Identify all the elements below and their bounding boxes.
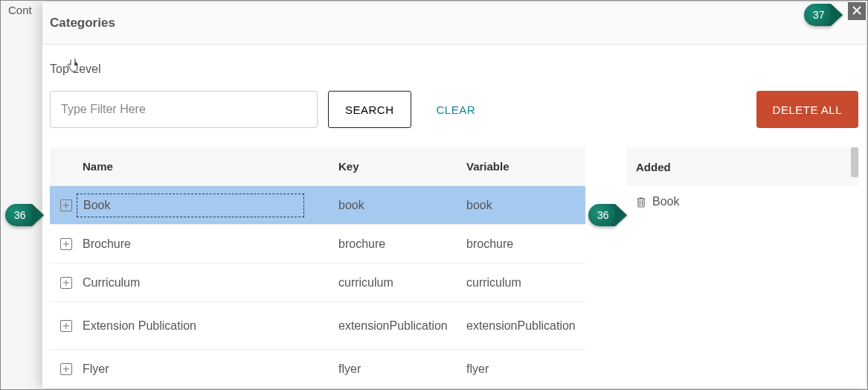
- delete-all-button[interactable]: DELETE ALL: [756, 91, 858, 128]
- added-item[interactable]: Book: [627, 186, 858, 217]
- clear-button[interactable]: CLEAR: [422, 91, 491, 128]
- search-button[interactable]: SEARCH: [328, 91, 411, 128]
- table-row[interactable]: Brochure brochure brochure: [50, 225, 585, 263]
- controls-row: SEARCH CLEAR DELETE ALL: [50, 91, 858, 128]
- col-header-name: Name: [83, 160, 338, 173]
- annotation-36-left: 36: [5, 204, 44, 226]
- added-panel: Added Book: [627, 147, 858, 217]
- categories-panel: Categories Top Level SEARCH CLEAR DELETE…: [42, 2, 866, 388]
- scrollbar-thumb[interactable]: [851, 147, 858, 177]
- added-header: Added: [627, 147, 858, 186]
- table-row[interactable]: Curriculum curriculum curriculum: [50, 263, 585, 302]
- added-item-label: Book: [652, 195, 679, 208]
- row-name: Book: [77, 194, 304, 217]
- table-row[interactable]: Flyer flyer flyer: [50, 350, 585, 388]
- row-name: Curriculum: [83, 276, 140, 289]
- background-left-text: Cont: [8, 4, 32, 16]
- row-name: Extension Publication: [83, 319, 196, 332]
- row-variable: brochure: [466, 237, 585, 251]
- table-row[interactable]: Extension Publication extensionPublicati…: [50, 302, 585, 350]
- row-key: brochure: [338, 237, 466, 251]
- row-key: curriculum: [338, 276, 466, 290]
- col-header-variable: Variable: [466, 160, 585, 173]
- filter-input[interactable]: [50, 91, 318, 128]
- row-name: Brochure: [83, 237, 131, 250]
- panel-title: Categories: [50, 16, 115, 31]
- expand-icon[interactable]: [60, 363, 72, 375]
- expand-icon[interactable]: [60, 238, 72, 250]
- table-row[interactable]: Book book book: [50, 186, 585, 225]
- content-row: Name Key Variable Book book book: [50, 147, 858, 388]
- categories-table: Name Key Variable Book book book: [50, 147, 585, 388]
- expand-icon[interactable]: [60, 277, 72, 289]
- col-header-key: Key: [338, 160, 466, 173]
- row-name: Flyer: [83, 362, 109, 375]
- trash-icon[interactable]: [636, 196, 646, 208]
- table-header-row: Name Key Variable: [50, 147, 585, 186]
- row-variable: flyer: [466, 362, 585, 376]
- panel-body: Top Level SEARCH CLEAR DELETE ALL Name K…: [42, 45, 866, 388]
- expand-icon[interactable]: [60, 320, 72, 332]
- row-variable: extensionPublication: [466, 319, 585, 333]
- row-variable: curriculum: [466, 276, 585, 290]
- close-icon: [852, 5, 861, 17]
- panel-header: Categories: [42, 2, 866, 45]
- row-key: book: [338, 199, 466, 212]
- section-label: Top Level: [50, 63, 858, 76]
- close-button[interactable]: [848, 2, 866, 20]
- expand-icon[interactable]: [60, 199, 72, 211]
- row-key: extensionPublication: [338, 319, 466, 333]
- row-key: flyer: [338, 362, 466, 376]
- row-variable: book: [466, 199, 585, 212]
